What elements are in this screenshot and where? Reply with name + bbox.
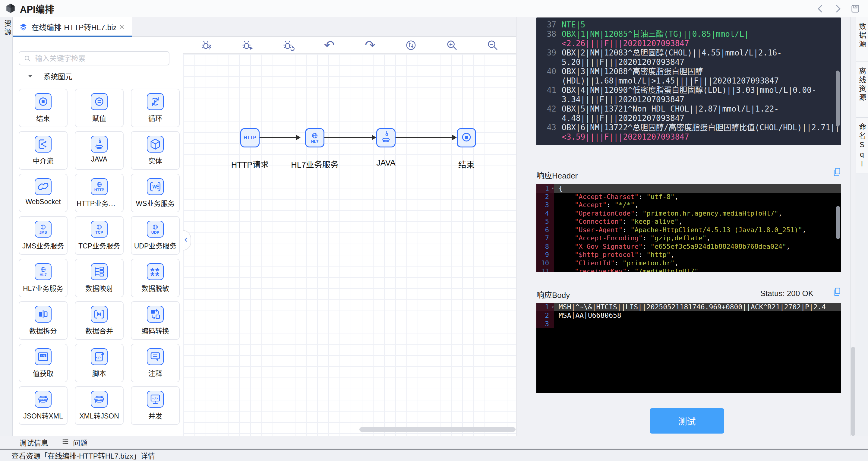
- palette-item[interactable]: TCP TCP业务服务: [75, 216, 124, 255]
- section-label: 系统图元: [43, 71, 72, 82]
- copy-icon[interactable]: [832, 287, 842, 296]
- palette-item[interactable]: WebSocket: [19, 174, 67, 212]
- flow-edge[interactable]: [396, 137, 453, 138]
- tab-debug-info[interactable]: 调试信息: [19, 437, 48, 448]
- palette-item[interactable]: </> 并发: [131, 386, 180, 425]
- vertical-scrollbar-thumb[interactable]: [851, 347, 855, 436]
- palette-item[interactable]: Json-XML JSON转XML: [19, 386, 67, 425]
- palette-item[interactable]: JAVA: [75, 131, 124, 170]
- tab-problems[interactable]: 问题: [62, 437, 87, 448]
- line-number: [540, 58, 556, 67]
- palette-item[interactable]: 中介流: [19, 131, 67, 170]
- line-number: 40: [540, 67, 556, 76]
- flow-node[interactable]: HTTP HTTP请求: [240, 128, 259, 148]
- palette-item[interactable]: 数据映射: [75, 259, 124, 297]
- toolbar-icon[interactable]: [446, 39, 458, 51]
- palette-item[interactable]: (x) 值获取: [19, 344, 67, 382]
- palette-item-label: 数据合并: [85, 325, 113, 336]
- hl7-request-output[interactable]: 37 NTE|5 38 OBX|1|NM|12085^甘油三酯(TG)||0.8…: [536, 18, 841, 145]
- flow-edge[interactable]: [259, 137, 297, 138]
- save-icon[interactable]: [850, 4, 860, 13]
- palette-item[interactable]: HTTP HTTP业务服务: [75, 174, 124, 212]
- toolbar-icon[interactable]: [201, 39, 213, 51]
- caret-down-icon[interactable]: [27, 73, 33, 79]
- line-number: 43: [540, 123, 556, 132]
- editor-line: 5 "Connection": "keep-alive",: [536, 217, 841, 226]
- search-input[interactable]: [35, 54, 165, 63]
- palette-item[interactable]: W WS业务服务: [131, 174, 180, 212]
- response-body-title: 响应Body: [536, 289, 570, 300]
- palette-item-iconbox: [147, 93, 164, 110]
- forward-icon[interactable]: [833, 4, 843, 13]
- flow-canvas: ↶ ↷ HTTP HTTP请求: [183, 17, 516, 436]
- status-bar-text: 查看资源「在线编排-HTTP转HL7.bizx」详情: [11, 450, 155, 461]
- problems-tab-label: 问题: [73, 437, 87, 448]
- response-body-editor[interactable]: 1MSH|^~\&|HTCIS||LIS||20250521181746.969…: [536, 303, 841, 393]
- palette-item-iconbox: [35, 306, 52, 322]
- toolbar-icon[interactable]: [282, 39, 294, 51]
- side-tab-label: 离线资源: [857, 67, 867, 117]
- palette-item[interactable]: HL7 HL7业务服务: [19, 259, 67, 297]
- flow-edge[interactable]: [324, 137, 372, 138]
- palette-item-label: 数据拆分: [29, 325, 57, 336]
- palette-item[interactable]: 数据拆分: [19, 301, 67, 340]
- flow-node[interactable]: JAVA: [376, 128, 396, 148]
- palette-item-iconbox: [91, 263, 107, 280]
- toolbar-icon[interactable]: [405, 39, 417, 51]
- copy-icon[interactable]: [832, 167, 842, 177]
- toolbar-icon[interactable]: ↷: [364, 39, 376, 51]
- palette-item-label: 结束: [36, 113, 50, 123]
- toolbar-icon[interactable]: [242, 39, 253, 51]
- test-button[interactable]: 测试: [650, 408, 724, 434]
- palette-item-label: HL7业务服务: [23, 283, 63, 293]
- flow-node[interactable]: 结束: [457, 128, 476, 148]
- palette-item[interactable]: 编码转换: [131, 301, 180, 340]
- palette-item[interactable]: 结束: [19, 89, 67, 127]
- horizontal-scrollbar-thumb[interactable]: [360, 427, 516, 432]
- line-text: 4.48||||F|||20201207093847: [562, 114, 684, 123]
- flow-node[interactable]: HL7 HL7业务服务: [305, 128, 324, 148]
- palette-search[interactable]: [19, 51, 169, 65]
- collapse-palette-handle[interactable]: [183, 230, 191, 250]
- toolbar-icon[interactable]: ↶: [323, 39, 335, 51]
- editor-scrollbar-thumb[interactable]: [836, 206, 840, 239]
- palette-item-iconbox: [35, 93, 52, 110]
- side-tab[interactable]: 数据源: [856, 17, 868, 62]
- palette-item-label: 数据脱敏: [142, 283, 169, 293]
- palette-item-icon: [148, 136, 163, 152]
- flow-node-box[interactable]: HTTP: [240, 128, 259, 148]
- app-logo-icon: [5, 3, 16, 14]
- palette-item[interactable]: 数据合并: [75, 301, 124, 340]
- line-number: 42: [540, 104, 556, 114]
- palette-item[interactable]: XML-Json XML转JSON: [75, 386, 124, 425]
- response-header-editor[interactable]: 1{2 "Accept-Charset": "utf-8",3 "Accept"…: [536, 184, 841, 272]
- layers-icon: [19, 23, 27, 31]
- flow-node-box[interactable]: HL7: [305, 128, 324, 148]
- palette-item-icon: [35, 306, 51, 322]
- palette-item[interactable]: 注释: [131, 344, 180, 382]
- palette-item-icon: UDP: [148, 221, 163, 237]
- resources-rail-label[interactable]: 资源: [2, 20, 13, 36]
- tab-online-orchestration[interactable]: 在线编排-HTTP转HL7.bizx: [13, 17, 132, 36]
- hl7-scrollbar-thumb[interactable]: [836, 70, 840, 127]
- palette-item[interactable]: JMS JMS业务服务: [19, 216, 67, 255]
- palette-item[interactable]: </> 脚本: [75, 344, 124, 382]
- back-icon[interactable]: [815, 4, 825, 13]
- flow-node-box[interactable]: [457, 128, 476, 148]
- palette-item[interactable]: UDP UDP业务服务: [131, 216, 180, 255]
- toolbar-icon[interactable]: [487, 39, 499, 51]
- svg-text:XML-Json: XML-Json: [95, 398, 103, 400]
- palette-section-header[interactable]: 系统图元: [13, 71, 183, 82]
- palette-item[interactable]: 实体: [131, 131, 180, 170]
- palette-item-icon: [148, 306, 163, 322]
- palette-item[interactable]: 赋值: [75, 89, 124, 127]
- palette-item[interactable]: **** 数据脱敏: [131, 259, 180, 297]
- flow-node-label: 结束: [424, 158, 508, 170]
- side-tab[interactable]: 离线资源: [856, 62, 868, 118]
- palette-item[interactable]: 循环: [131, 89, 180, 127]
- side-tab[interactable]: 命名Sql: [856, 118, 868, 173]
- close-icon[interactable]: [119, 24, 125, 30]
- editor-tabbar: 在线编排-HTTP转HL7.bizx: [13, 17, 516, 37]
- canvas-grid[interactable]: HTTP HTTP请求 HL7 HL7业务服务 JAVA 结束: [183, 54, 516, 436]
- flow-node-box[interactable]: [376, 128, 396, 148]
